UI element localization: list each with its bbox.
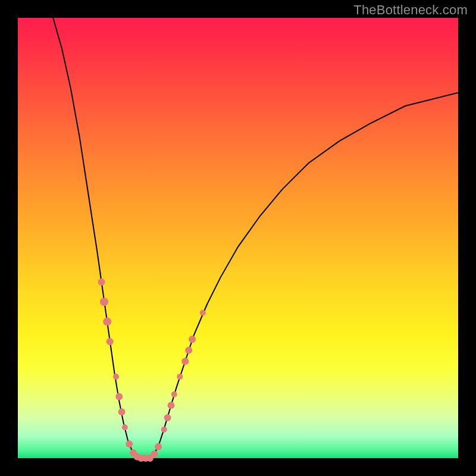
scatter-dot (100, 298, 108, 306)
frame: TheBottleneck.com (0, 0, 476, 476)
scatter-dot (155, 443, 162, 450)
chart-svg (18, 18, 458, 458)
scatter-dot (113, 374, 119, 380)
scatter-dot (107, 338, 114, 345)
scatter-dot (200, 310, 206, 316)
scatter-dot (171, 392, 177, 397)
scatter-dot (185, 347, 192, 354)
scatter-dot (164, 414, 171, 421)
scatter-dot (181, 358, 189, 365)
scatter-dot (126, 440, 133, 447)
scatter-dot (118, 408, 126, 415)
scatter-dot (151, 450, 158, 458)
scatter-dot (189, 336, 196, 343)
scatter-dot (177, 374, 183, 380)
watermark-text: TheBottleneck.com (353, 2, 468, 18)
scatter-dot (168, 402, 175, 409)
bottleneck-curve (53, 18, 458, 458)
scatter-dot (161, 427, 167, 433)
scatter-dot (122, 424, 128, 430)
scatter-dot (103, 318, 111, 326)
scatter-dot (98, 278, 105, 286)
scatter-dot (115, 393, 123, 400)
